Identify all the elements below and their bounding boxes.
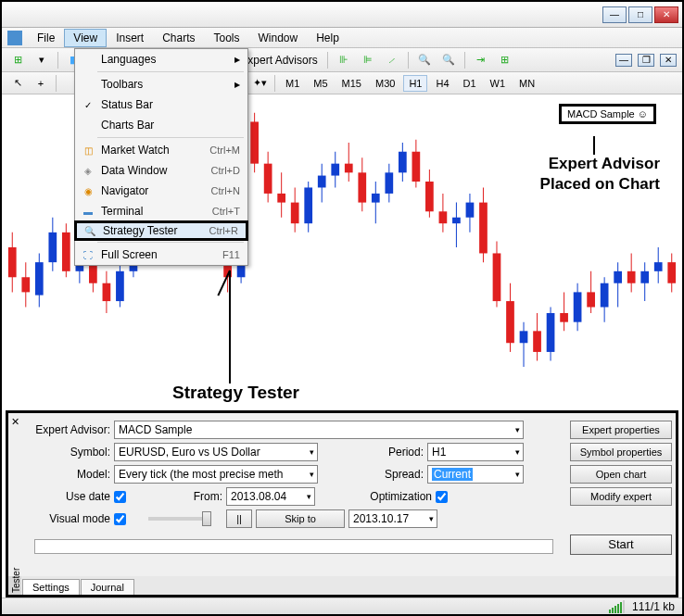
toolbars-label: Toolbars — [97, 78, 234, 91]
svg-rect-7 — [48, 233, 57, 262]
tf-m15[interactable]: M15 — [336, 75, 367, 92]
menu-charts-bar[interactable]: Charts Bar — [75, 115, 247, 135]
crosshair-icon[interactable]: + — [31, 74, 51, 93]
open-chart-button[interactable]: Open chart — [570, 465, 672, 484]
line-chart-icon[interactable]: ⟋ — [382, 51, 402, 69]
spread-select[interactable]: Current — [427, 465, 524, 484]
cursor-icon[interactable]: ↖ — [7, 74, 28, 93]
menu-insert[interactable]: Insert — [107, 29, 153, 47]
svg-rect-43 — [291, 203, 299, 224]
svg-rect-39 — [264, 164, 272, 194]
tf-w1[interactable]: W1 — [485, 75, 512, 92]
minimize-button[interactable]: — — [602, 6, 627, 23]
terminal-label: Terminal — [97, 205, 212, 218]
use-date-checkbox[interactable] — [114, 491, 126, 503]
close-button[interactable]: ✕ — [654, 6, 678, 23]
indicators-icon[interactable]: ✦▾ — [249, 74, 270, 93]
svg-rect-95 — [640, 271, 649, 283]
tester-tabs: Tester Settings Journal — [8, 576, 676, 595]
ea-badge: MACD Sample ☺ — [559, 104, 656, 124]
candle-chart-icon[interactable]: ⊫ — [358, 51, 378, 69]
chart-shift-icon[interactable]: ⊞ — [495, 51, 515, 69]
svg-rect-87 — [587, 292, 595, 307]
menu-market-watch[interactable]: ◫Market WatchCtrl+M — [75, 140, 247, 160]
period-select[interactable]: H1 — [427, 443, 524, 461]
mdi-close-button[interactable]: ✕ — [660, 54, 677, 67]
tab-settings[interactable]: Settings — [22, 579, 80, 595]
menu-languages[interactable]: Languages▶ — [75, 49, 247, 69]
symbol-properties-button[interactable]: Symbol properties — [570, 443, 672, 461]
menu-tools[interactable]: Tools — [205, 29, 249, 47]
shortcut-label: Ctrl+M — [209, 145, 244, 156]
svg-rect-61 — [412, 152, 421, 182]
skip-to-button[interactable]: Skip to — [256, 509, 345, 528]
auto-scroll-icon[interactable]: ⇥ — [471, 51, 491, 69]
tf-h4[interactable]: H4 — [430, 75, 454, 92]
tf-d1[interactable]: D1 — [458, 75, 482, 92]
statusbar: 111/1 kb — [2, 597, 682, 614]
mdi-restore-button[interactable]: ❐ — [638, 54, 654, 67]
symbol-label: Symbol: — [21, 446, 110, 459]
svg-rect-17 — [116, 271, 124, 301]
visual-mode-checkbox[interactable] — [114, 513, 126, 525]
svg-rect-69 — [466, 203, 475, 218]
menu-toolbars[interactable]: Toolbars▶ — [75, 74, 247, 94]
svg-rect-45 — [304, 187, 312, 223]
menu-terminal[interactable]: ▬TerminalCtrl+T — [75, 201, 247, 221]
from-label: From: — [130, 490, 222, 503]
svg-rect-15 — [103, 283, 111, 301]
svg-rect-81 — [547, 313, 555, 352]
shortcut-label: Ctrl+D — [211, 165, 244, 176]
symbol-select[interactable]: EURUSD, Euro vs US Dollar — [114, 443, 318, 461]
tf-m30[interactable]: M30 — [370, 75, 400, 92]
status-bar-label: Status Bar — [97, 98, 244, 111]
svg-rect-71 — [479, 203, 488, 254]
speed-slider[interactable] — [148, 517, 211, 521]
menu-status-bar[interactable]: ✓Status Bar — [75, 94, 247, 115]
charts-bar-label: Charts Bar — [97, 119, 244, 132]
zoom-in-icon[interactable]: 🔍 — [414, 51, 435, 69]
visual-mode-label: Visual mode — [21, 512, 110, 525]
modify-expert-button[interactable]: Modify expert — [570, 487, 672, 506]
menu-view[interactable]: View — [64, 29, 107, 47]
tab-journal[interactable]: Journal — [81, 579, 134, 595]
menu-file[interactable]: File — [28, 29, 64, 47]
zoom-out-icon[interactable]: 🔍 — [438, 51, 459, 69]
optimization-label: Optimization — [319, 490, 432, 503]
menu-data-window[interactable]: ◈Data WindowCtrl+D — [75, 160, 247, 181]
menu-help[interactable]: Help — [307, 29, 348, 47]
languages-label: Languages — [97, 53, 234, 66]
mdi-minimize-button[interactable]: — — [615, 54, 632, 67]
model-select[interactable]: Every tick (the most precise meth — [114, 465, 318, 484]
expert-properties-button[interactable]: Expert properties — [570, 421, 672, 439]
new-chart-icon[interactable]: ⊞ — [7, 51, 28, 69]
optimization-checkbox[interactable] — [436, 491, 448, 503]
fullscreen-label: Full Screen — [97, 248, 222, 261]
menu-navigator[interactable]: ◉NavigatorCtrl+N — [75, 181, 247, 201]
tf-h1[interactable]: H1 — [403, 75, 427, 92]
tf-m1[interactable]: M1 — [280, 75, 305, 92]
bar-chart-icon[interactable]: ⊪ — [334, 51, 354, 69]
menu-full-screen[interactable]: ⛶Full ScreenF11 — [75, 245, 247, 265]
menu-window[interactable]: Window — [249, 29, 308, 47]
data-window-label: Data Window — [97, 164, 211, 177]
from-date-select[interactable]: 2013.08.04 — [226, 487, 315, 506]
annotation-line — [593, 136, 595, 155]
dropdown-icon[interactable]: ▾ — [32, 51, 52, 69]
ea-select[interactable]: MACD Sample — [114, 421, 524, 439]
menubar: File View Insert Charts Tools Window Hel… — [2, 28, 682, 48]
svg-rect-77 — [520, 331, 528, 343]
tf-m5[interactable]: M5 — [308, 75, 333, 92]
maximize-button[interactable]: □ — [628, 6, 652, 23]
skip-date-select[interactable]: 2013.10.17 — [348, 509, 437, 528]
tf-mn[interactable]: MN — [513, 75, 540, 92]
menu-charts[interactable]: Charts — [153, 29, 204, 47]
svg-rect-53 — [358, 172, 366, 202]
pause-button[interactable]: || — [226, 509, 252, 528]
menu-strategy-tester[interactable]: 🔍Strategy TesterCtrl+R — [74, 220, 248, 241]
panel-close-icon[interactable]: ✕ — [11, 416, 19, 428]
svg-rect-63 — [425, 182, 434, 211]
start-button[interactable]: Start — [570, 534, 672, 555]
spread-label: Spread: — [322, 468, 424, 481]
market-watch-label: Market Watch — [97, 144, 209, 157]
